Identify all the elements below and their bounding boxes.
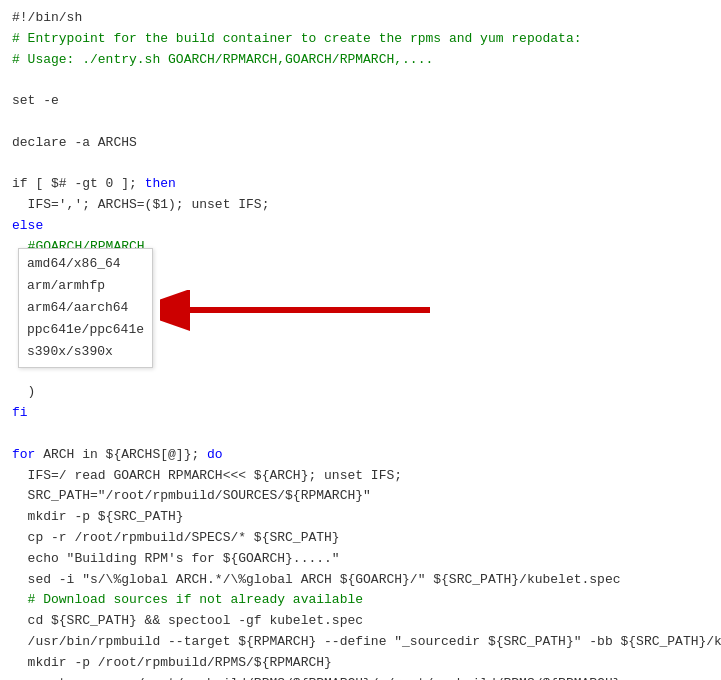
code-line-23: IFS=/ read GOARCH RPMARCH<<< ${ARCH}; un…	[12, 466, 709, 487]
tooltip-item-2[interactable]: arm/armhfp	[27, 275, 144, 297]
code-line-3: # Usage: ./entry.sh GOARCH/RPMARCH,GOARC…	[12, 50, 709, 71]
code-line-26: cp -r /root/rpmbuild/SPECS/* ${SRC_PATH}	[12, 528, 709, 549]
code-line-24: SRC_PATH="/root/rpmbuild/SOURCES/${RPMAR…	[12, 486, 709, 507]
code-line-19: )	[12, 382, 709, 403]
tooltip-item-3[interactable]: arm64/aarch64	[27, 297, 144, 319]
code-line-31: /usr/bin/rpmbuild --target ${RPMARCH} --…	[12, 632, 709, 653]
code-line-30: cd ${SRC_PATH} && spectool -gf kubelet.s…	[12, 611, 709, 632]
code-line-32: mkdir -p /root/rpmbuild/RPMS/${RPMARCH}	[12, 653, 709, 674]
tooltip-item-1[interactable]: amd64/x86_64	[27, 253, 144, 275]
code-line-29: # Download sources if not already availa…	[12, 590, 709, 611]
code-line-7: declare -a ARCHS	[12, 133, 709, 154]
code-container: #!/bin/sh # Entrypoint for the build con…	[0, 0, 721, 680]
code-line-2: # Entrypoint for the build container to …	[12, 29, 709, 50]
code-line-9: if [ $# -gt 0 ]; then	[12, 174, 709, 195]
empty-line-6	[12, 112, 709, 133]
code-line-28: sed -i "s/\%global ARCH.*/\%global ARCH …	[12, 570, 709, 591]
code-line-1: #!/bin/sh	[12, 8, 709, 29]
code-line-10: IFS=','; ARCHS=($1); unset IFS;	[12, 195, 709, 216]
code-line-11: else	[12, 216, 709, 237]
code-line-27: echo "Building RPM's for ${GOARCH}....."	[12, 549, 709, 570]
empty-line-21	[12, 424, 709, 445]
code-line-20: fi	[12, 403, 709, 424]
empty-line-4	[12, 70, 709, 91]
code-line-33: createrepo -o /root/rpmbuild/RPMS/${RPMA…	[12, 674, 709, 681]
code-line-25: mkdir -p ${SRC_PATH}	[12, 507, 709, 528]
empty-line-8	[12, 154, 709, 175]
tooltip-item-4[interactable]: ppc641e/ppc641e	[27, 319, 144, 341]
tooltip-item-5[interactable]: s390x/s390x	[27, 341, 144, 363]
code-line-5: set -e	[12, 91, 709, 112]
code-line-22: for ARCH in ${ARCHS[@]}; do	[12, 445, 709, 466]
tooltip-autocomplete[interactable]: amd64/x86_64 arm/armhfp arm64/aarch64 pp…	[18, 248, 153, 368]
